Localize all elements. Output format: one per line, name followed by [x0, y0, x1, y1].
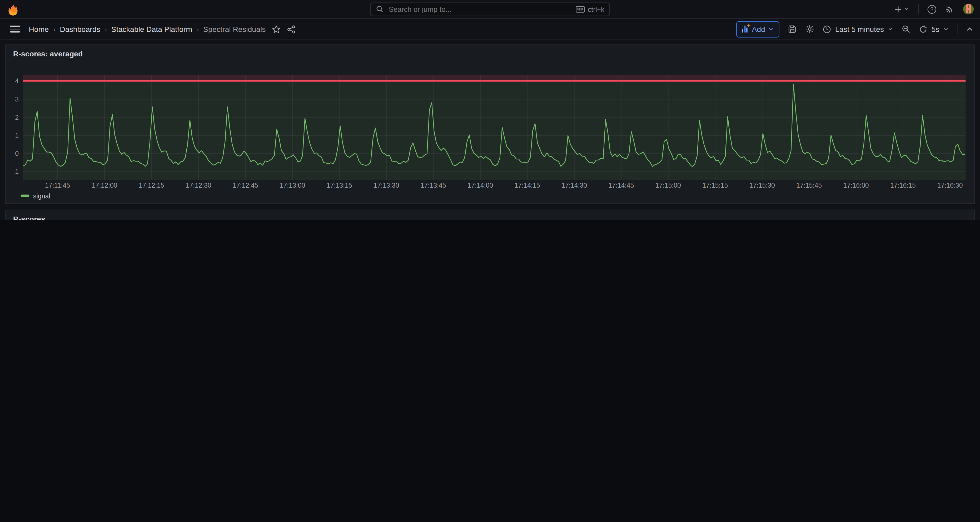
svg-text:0: 0 — [15, 150, 19, 157]
svg-text:4: 4 — [15, 77, 19, 85]
keyboard-shortcut: ctrl+k — [576, 5, 605, 13]
panel-title[interactable]: R-scores: averaged — [13, 49, 83, 58]
time-range-label: Last 5 minutes — [835, 25, 884, 34]
help-icon: ? — [928, 5, 936, 13]
clock-icon — [822, 25, 831, 34]
search-input[interactable] — [387, 5, 572, 13]
grafana-logo-icon — [7, 3, 20, 15]
dashboard-toolbar: Home › Dashboards › Stackable Data Platf… — [0, 19, 980, 40]
breadcrumb-current: Spectral Residuals — [203, 25, 266, 34]
svg-text:17:12:00: 17:12:00 — [92, 182, 118, 189]
dashboard-actions — [272, 25, 296, 34]
user-avatar[interactable] — [963, 4, 974, 14]
chevron-down-icon — [768, 26, 774, 32]
legend-item-signal[interactable]: signal — [21, 192, 50, 200]
svg-text:17:16:30: 17:16:30 — [937, 182, 963, 189]
news-button[interactable] — [945, 5, 955, 14]
add-panel-icon: + — [742, 26, 748, 32]
refresh-picker[interactable]: 5s — [919, 25, 949, 34]
chart-rscores[interactable]: -2.502.557.51012.517:11:4517:12:0017:12:… — [6, 210, 974, 220]
search-icon — [375, 5, 384, 13]
collapse-chrome-icon[interactable] — [966, 25, 974, 33]
panel-rscores-averaged: R-scores: averaged -10123417:11:4517:12:… — [5, 45, 975, 204]
svg-text:3: 3 — [15, 96, 19, 103]
add-button[interactable]: + Add — [736, 21, 780, 37]
svg-text:2: 2 — [15, 113, 19, 121]
refresh-interval-label: 5s — [932, 25, 939, 34]
share-icon[interactable] — [287, 25, 296, 34]
plus-icon — [894, 5, 902, 13]
chart-legend: signal — [21, 192, 50, 200]
svg-text:17:16:00: 17:16:00 — [843, 182, 869, 189]
search-bar[interactable]: ctrl+k — [370, 2, 610, 16]
svg-text:17:12:45: 17:12:45 — [233, 182, 258, 189]
shortcut-label: ctrl+k — [588, 5, 605, 13]
toolbar-controls: + Add Last 5 minutes — [736, 21, 974, 37]
breadcrumb-separator: › — [53, 25, 56, 33]
breadcrumb-separator: › — [197, 25, 199, 33]
breadcrumb-dashboards[interactable]: Dashboards — [60, 25, 100, 34]
avatar-image — [963, 4, 974, 14]
dashboard-settings-icon[interactable] — [805, 24, 815, 34]
svg-text:17:13:15: 17:13:15 — [327, 182, 352, 189]
svg-text:17:13:00: 17:13:00 — [280, 182, 305, 189]
svg-text:17:15:30: 17:15:30 — [749, 182, 775, 189]
svg-text:17:11:45: 17:11:45 — [45, 182, 70, 189]
breadcrumb: Home › Dashboards › Stackable Data Platf… — [29, 25, 266, 34]
refresh-icon — [919, 25, 928, 34]
time-range-picker[interactable]: Last 5 minutes — [822, 25, 893, 34]
svg-text:17:15:15: 17:15:15 — [702, 182, 728, 189]
svg-text:17:12:15: 17:12:15 — [139, 182, 164, 189]
panel-title[interactable]: R-scores — [13, 214, 45, 220]
svg-text:-1: -1 — [13, 168, 19, 175]
breadcrumb-separator: › — [105, 25, 107, 33]
legend-label: signal — [33, 192, 50, 200]
svg-text:17:14:30: 17:14:30 — [562, 182, 587, 189]
divider — [918, 5, 919, 14]
svg-text:17:16:15: 17:16:15 — [890, 182, 916, 189]
svg-text:17:13:45: 17:13:45 — [421, 182, 446, 189]
menu-toggle-button[interactable] — [10, 26, 20, 32]
chevron-down-icon — [888, 26, 893, 32]
divider — [957, 24, 957, 34]
grafana-logo[interactable] — [7, 3, 20, 15]
svg-text:17:13:30: 17:13:30 — [374, 182, 399, 189]
star-icon[interactable] — [272, 25, 281, 34]
add-button-label: Add — [752, 25, 765, 34]
legend-color-pill — [21, 195, 29, 197]
new-dropdown-button[interactable] — [894, 5, 909, 13]
grafana-dashboard: ctrl+k ? — [0, 0, 980, 220]
top-nav-actions: ? — [894, 0, 974, 18]
svg-text:17:14:00: 17:14:00 — [468, 182, 493, 189]
breadcrumb-home[interactable]: Home — [29, 25, 49, 34]
svg-text:1: 1 — [15, 131, 19, 139]
panel-rscores: R-scores -2.502.557.51012.517:11:4517:12… — [5, 209, 975, 220]
rss-icon — [945, 5, 955, 14]
svg-text:17:15:00: 17:15:00 — [655, 182, 681, 189]
svg-text:17:14:45: 17:14:45 — [608, 182, 634, 189]
keyboard-icon — [576, 5, 585, 13]
help-button[interactable]: ? — [928, 5, 936, 13]
save-dashboard-icon[interactable] — [788, 24, 797, 34]
breadcrumb-folder[interactable]: Stackable Data Platform — [111, 25, 192, 34]
svg-text:17:14:15: 17:14:15 — [515, 182, 540, 189]
chart-rscores-averaged[interactable]: -10123417:11:4517:12:0017:12:1517:12:301… — [6, 45, 974, 203]
top-nav: ctrl+k ? — [0, 0, 980, 19]
svg-text:17:15:45: 17:15:45 — [796, 182, 822, 189]
zoom-out-icon[interactable] — [902, 24, 911, 34]
chevron-down-icon — [904, 6, 909, 12]
chevron-down-icon — [943, 26, 949, 32]
svg-text:17:12:30: 17:12:30 — [186, 182, 212, 189]
